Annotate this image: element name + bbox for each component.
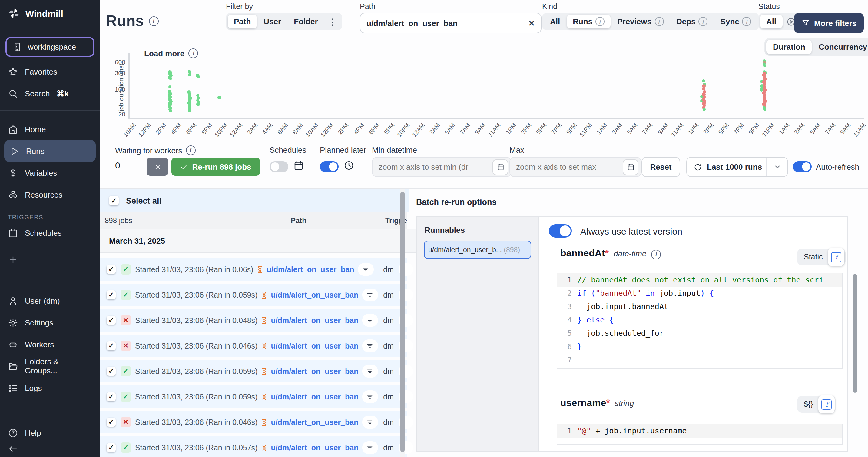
username-code-editor[interactable]: 1"@" + job.input.username — [557, 424, 842, 445]
row-checkbox[interactable]: ✓ — [106, 367, 116, 376]
max-datetime-field[interactable] — [509, 157, 642, 177]
row-path-link[interactable]: u/dm/alert_on_user_ban — [271, 342, 358, 350]
success-run-dot[interactable] — [169, 109, 172, 112]
select-all-checkbox[interactable]: ✓ — [109, 196, 119, 205]
filter-lines-icon[interactable] — [362, 339, 378, 352]
tab-concurrency[interactable]: Concurrency — [812, 40, 868, 54]
success-run-dot[interactable] — [169, 77, 172, 80]
kind-previews[interactable]: Previewsi — [611, 15, 670, 28]
min-calendar-button[interactable] — [492, 159, 508, 175]
code-line[interactable]: 3 job.input.bannedAt — [557, 300, 842, 313]
clear-path-icon[interactable]: ✕ — [528, 19, 535, 28]
table-row[interactable]: ✓ ✓ Started 31/03, 23:06 (Ran in 0.059s)… — [100, 360, 407, 382]
max-calendar-button[interactable] — [623, 159, 639, 175]
filter-lines-icon[interactable] — [362, 416, 378, 429]
sidebar-item-help[interactable]: Help — [0, 424, 100, 441]
code-line[interactable]: 1// bannedAt does not exist on all versi… — [557, 273, 842, 287]
filter-lines-icon[interactable] — [362, 314, 378, 327]
code-line[interactable]: 7 — [557, 353, 842, 367]
row-path-link[interactable]: u/dm/alert_on_user_ban — [271, 291, 358, 299]
panel-scrollbar-thumb[interactable] — [853, 274, 857, 393]
success-run-dot[interactable] — [196, 75, 200, 78]
filter-lines-icon[interactable] — [362, 441, 378, 454]
code-line[interactable]: 5 job.scheduled_for — [557, 327, 842, 340]
kind-all[interactable]: All — [544, 15, 566, 28]
row-checkbox[interactable]: ✓ — [106, 290, 116, 299]
filter-by-user[interactable]: User — [257, 15, 287, 28]
sidebar-item-home[interactable]: Home — [0, 118, 100, 140]
table-row[interactable]: ✓ ✕ Started 31/03, 23:06 (Ran in 0.046s)… — [100, 411, 407, 433]
code-line[interactable]: 2if ("bannedAt" in job.input) { — [557, 287, 842, 300]
success-run-dot[interactable] — [188, 109, 191, 112]
row-path-link[interactable]: u/dm/alert_on_user_ban — [271, 393, 358, 401]
last-runs-dropdown[interactable] — [766, 158, 787, 176]
row-path-link[interactable]: u/dm/alert_on_user_ban — [271, 316, 358, 324]
table-row[interactable]: ✓ ✕ Started 31/03, 23:06 (Ran in 0.048s)… — [100, 309, 407, 332]
bannedAt-code-editor[interactable]: 1// bannedAt does not exist on all versi… — [557, 273, 842, 369]
template-mode-button[interactable]: ${} — [798, 400, 818, 408]
table-row[interactable]: ✓ ✓ Started 31/03, 23:06 (Ran in 0.059s)… — [100, 385, 407, 408]
success-run-dot[interactable] — [218, 96, 221, 99]
row-path-link[interactable]: u/dm/alert_on_user_ban — [271, 367, 358, 375]
min-datetime-field[interactable] — [372, 157, 511, 177]
row-checkbox[interactable]: ✓ — [106, 265, 116, 274]
select-all-row[interactable]: ✓ Select all — [100, 189, 409, 212]
always-latest-toggle[interactable] — [549, 224, 572, 237]
success-run-dot[interactable] — [763, 64, 766, 67]
row-path-link[interactable]: u/dm/alert_on_user_ban — [271, 418, 358, 426]
row-checkbox[interactable]: ✓ — [106, 392, 116, 401]
more-filters-button[interactable]: More filters — [794, 13, 864, 33]
row-checkbox[interactable]: ✓ — [106, 443, 116, 452]
path-filter-input[interactable]: u/dm/alert_on_user_ban ✕ — [360, 13, 541, 33]
row-checkbox[interactable]: ✓ — [106, 418, 116, 427]
schedules-toggle[interactable] — [270, 161, 288, 172]
filter-lines-icon[interactable] — [362, 390, 378, 403]
info-icon[interactable]: i — [149, 16, 158, 26]
kind-deps[interactable]: Depsi — [670, 15, 714, 28]
min-datetime-input[interactable] — [379, 163, 492, 172]
filter-lines-icon[interactable] — [358, 263, 374, 276]
workspace-selector[interactable]: workingspace — [5, 37, 94, 57]
failure-run-dot[interactable] — [702, 87, 705, 90]
code-line[interactable]: 6} — [557, 340, 842, 353]
javascript-mode-button[interactable]: f — [818, 395, 835, 413]
status-all[interactable]: All — [760, 15, 782, 28]
row-checkbox[interactable]: ✓ — [106, 341, 116, 350]
kind-sync[interactable]: Synci — [714, 15, 757, 28]
sidebar-item-resources[interactable]: Resources — [0, 184, 100, 205]
runnable-item[interactable]: u/dm/alert_on_user_b... (898) — [424, 240, 531, 259]
row-path-link[interactable]: u/dm/alert_on_user_ban — [267, 265, 354, 274]
success-run-dot[interactable] — [196, 103, 199, 106]
filter-by-folder[interactable]: Folder — [288, 15, 324, 28]
code-line[interactable]: 4} else { — [557, 313, 842, 327]
tab-duration[interactable]: Duration — [766, 40, 812, 54]
sidebar-item-logs[interactable]: Logs — [0, 377, 100, 399]
auto-refresh-toggle[interactable] — [793, 161, 812, 172]
success-run-dot[interactable] — [188, 73, 191, 77]
success-run-dot[interactable] — [702, 108, 706, 111]
collapse-sidebar-button[interactable] — [0, 441, 100, 456]
kind-runs[interactable]: Runsi — [567, 15, 611, 28]
app-logo-row[interactable]: Windmill — [0, 0, 100, 27]
filter-lines-icon[interactable] — [362, 365, 378, 378]
planned-later-toggle[interactable] — [320, 161, 339, 172]
sidebar-item-favorites[interactable]: Favorites — [0, 61, 100, 82]
row-path-link[interactable]: u/dm/alert_on_user_ban — [271, 444, 358, 452]
javascript-mode-button[interactable]: f — [828, 248, 845, 266]
filter-by-path[interactable]: Path — [228, 15, 257, 28]
table-row[interactable]: ✓ ✓ Started 31/03, 23:06 (Ran in 0.057s)… — [100, 436, 407, 457]
sidebar-item-settings[interactable]: Settings — [0, 312, 100, 333]
sidebar-item-variables[interactable]: Variables — [0, 162, 100, 184]
success-run-dot[interactable] — [168, 85, 172, 89]
code-line[interactable]: 1"@" + job.input.username — [557, 424, 842, 437]
add-trigger-button[interactable] — [0, 249, 100, 270]
table-row[interactable]: ✓ ✓ Started 31/03, 23:06 (Ran in 0.059s)… — [100, 284, 407, 306]
sidebar-item-user[interactable]: User (dm) — [0, 290, 100, 312]
reset-button[interactable]: Reset — [642, 157, 680, 177]
max-datetime-input[interactable] — [516, 163, 623, 172]
kebab-icon[interactable]: ⋮ — [325, 17, 340, 26]
row-checkbox[interactable]: ✓ — [106, 316, 116, 325]
sidebar-item-folders-groups[interactable]: Folders & Groups... — [0, 355, 100, 377]
info-icon[interactable]: i — [651, 250, 661, 259]
cancel-selection-button[interactable] — [147, 158, 168, 176]
